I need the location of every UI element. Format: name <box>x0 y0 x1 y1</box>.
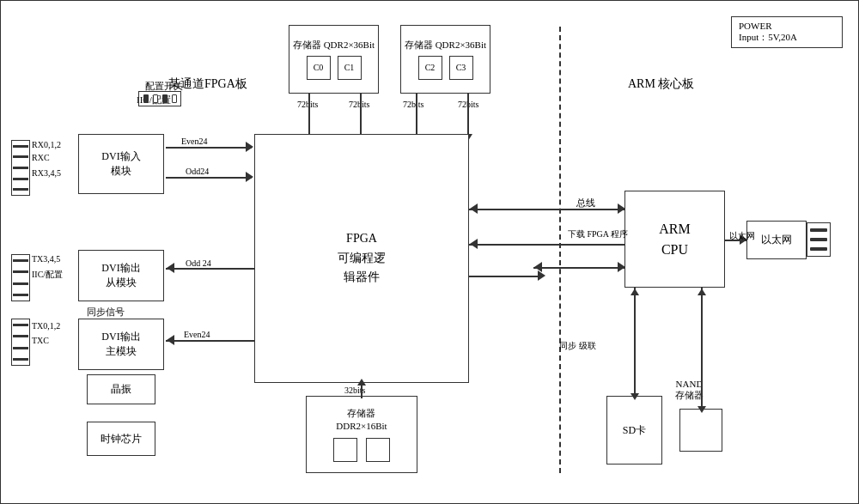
clock-chip-label: 时钟芯片 <box>101 432 142 446</box>
dvi-input-box: DVI输入 模块 <box>78 134 164 194</box>
left-connector-top <box>11 140 30 196</box>
fpga-main-box: FPGA 可编程逻 辑器件 <box>254 134 469 383</box>
ethernet-connector <box>807 222 831 257</box>
nand-arrow-up <box>698 288 706 295</box>
sync-link-label: 同步 级联 <box>559 340 596 351</box>
iic-label: IIC/配置 <box>32 269 63 281</box>
sync-link-arrow-down <box>631 393 639 400</box>
dvi-input-label: DVI输入 模块 <box>101 149 140 179</box>
even24-bot-arrow <box>167 335 174 345</box>
nand-arrow <box>698 406 706 413</box>
mem-line-1 <box>308 94 310 137</box>
mem-ddr2-box: 存储器DDR2×16Bit <box>306 396 417 473</box>
nand-chip-box <box>679 409 722 452</box>
dvi-output-slave-box: DVI输出 从模块 <box>78 250 164 301</box>
odd24-mid-arrow <box>167 263 174 273</box>
ddr2-arrow-up <box>357 379 366 386</box>
ethernet-box: 以太网 <box>746 221 807 259</box>
rx345-label: RX3,4,5 <box>32 168 61 178</box>
crystal-label: 晶振 <box>111 382 131 397</box>
mid-conn-arrow-r <box>618 262 625 272</box>
even24-arrow-top <box>246 142 253 152</box>
odd24-mid-line <box>166 268 254 270</box>
sd-card-label: SD卡 <box>623 423 646 438</box>
dvi-output-slave-label: DVI输出 从模块 <box>101 261 140 290</box>
config-switch-graphic <box>138 91 181 106</box>
bus-arrow-left <box>470 203 478 214</box>
bus-line <box>469 209 624 210</box>
even24-bot-line <box>166 340 254 342</box>
download-label: 下载 FPGA 程序 <box>568 228 628 240</box>
chip-c1: C1 <box>338 56 362 80</box>
fpga-conn-line <box>469 276 538 277</box>
left-connector-bot <box>11 319 30 366</box>
ddr2-chip-2 <box>366 438 390 462</box>
nand-storage-text: NAND存储器 <box>675 379 704 402</box>
bus-label: 总线 <box>576 197 595 209</box>
even24-bot-label: Even24 <box>184 330 210 339</box>
odd24-label: Odd24 <box>186 167 209 176</box>
dashed-divider <box>559 27 561 473</box>
fpga-label: FPGA 可编程逻 辑器件 <box>338 229 386 287</box>
download-arrow <box>470 239 478 249</box>
sync-signal-label: 同步信号 <box>87 306 125 319</box>
ddr2-chip-1 <box>333 438 357 462</box>
sync-link-line <box>634 288 636 396</box>
mem-line-3 <box>416 94 417 137</box>
chip-c0: C0 <box>307 56 331 80</box>
config-switch-text: 配置开关 <box>145 80 183 93</box>
nand-line <box>701 288 703 409</box>
diagram-container: POWER Input：5V,20A 某通道FPGA板 ARM 核心板 RX0,… <box>0 0 859 504</box>
power-box: POWER Input：5V,20A <box>731 16 843 48</box>
dvi-output-master-label: DVI输出 主模块 <box>101 330 140 359</box>
chip-c3: C3 <box>449 56 473 80</box>
odd24-arrow <box>246 172 253 182</box>
mem-qdr2-right-label: 存储器 QDR2×36Bit <box>405 39 486 52</box>
power-label: POWER Input：5V,20A <box>739 21 797 42</box>
even24-top-label: Even24 <box>181 137 208 146</box>
arm-cpu-label: ARM CPU <box>659 219 690 260</box>
ethernet-label: 以太网 <box>761 233 792 247</box>
tx012-label: TX0,1,2 <box>32 321 60 331</box>
even24-line-top <box>166 147 252 149</box>
sd-card-box: SD卡 <box>606 396 662 465</box>
mem-qdr2-left-label: 存储器 QDR2×36Bit <box>293 39 375 52</box>
arm-board-label: ARM 核心板 <box>628 76 694 92</box>
mem-line-4 <box>467 94 469 137</box>
odd24-line <box>166 177 252 179</box>
left-connector-mid <box>11 254 30 301</box>
mem-line-2 <box>360 94 362 137</box>
crystal-box: 晶振 <box>87 374 155 404</box>
mem-qdr2-right-box: 存储器 QDR2×36Bit C2 C3 <box>400 25 490 94</box>
txc-label: TXC <box>32 336 49 345</box>
odd24-mid-label: Odd 24 <box>186 258 211 268</box>
arm-cpu-box: ARM CPU <box>624 191 725 288</box>
sync-link-arrow-up <box>631 288 639 295</box>
mem-qdr2-left-box: 存储器 QDR2×36Bit C0 C1 <box>289 25 379 94</box>
mem-ddr2-label: 存储器DDR2×16Bit <box>336 407 387 434</box>
bus-arrow-right <box>618 203 625 214</box>
tx345-label: TX3,4,5 <box>32 254 60 264</box>
dvi-output-master-box: DVI输出 主模块 <box>78 319 164 370</box>
chip-c2: C2 <box>418 56 442 80</box>
rxc-label: RXC <box>32 153 50 162</box>
mid-conn-arrow-l <box>534 262 542 272</box>
eth-text: 以太网 <box>729 230 755 242</box>
mid-conn-line <box>533 267 624 269</box>
clock-chip-box: 时钟芯片 <box>87 422 155 456</box>
download-line <box>469 244 624 246</box>
rx012-label: RX0,1,2 <box>32 140 61 149</box>
bits72-3-label: 72bits <box>403 100 423 109</box>
